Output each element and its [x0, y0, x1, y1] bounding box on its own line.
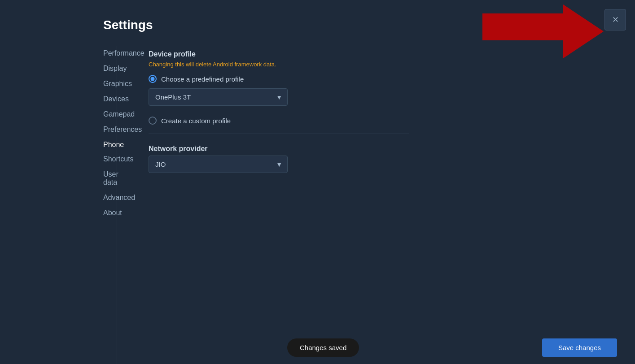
predefined-profile-radio[interactable] [149, 75, 157, 83]
save-changes-button[interactable]: Save changes [542, 338, 617, 357]
close-button[interactable]: ✕ [604, 9, 626, 30]
device-profile-warning: Changing this will delete Android framew… [149, 61, 617, 68]
predefined-profile-label: Choose a predefined profile [161, 75, 244, 83]
custom-profile-option[interactable]: Create a custom profile [149, 117, 617, 125]
network-provider-select[interactable]: JIO Airtel Vodafone BSNL [149, 156, 288, 173]
sidebar: Performance Display Graphics Devices Gam… [0, 46, 103, 364]
network-provider-label: Network provider [149, 145, 617, 153]
device-profile-section: Device profile Changing this will delete… [149, 50, 617, 125]
settings-container: ✕ Settings Performance Display Graphics … [0, 0, 635, 364]
custom-profile-label: Create a custom profile [161, 117, 231, 125]
radio-group: Choose a predefined profile OnePlus 3T S… [149, 75, 617, 125]
predefined-profile-select[interactable]: OnePlus 3T Samsung Galaxy S21 Pixel 6 Ge… [149, 88, 288, 106]
content-area: Performance Display Graphics Devices Gam… [0, 46, 635, 364]
custom-profile-radio[interactable] [149, 117, 157, 125]
toast-notification: Changes saved [287, 338, 359, 357]
section-separator [149, 134, 409, 134]
close-icon: ✕ [612, 15, 619, 25]
sidebar-divider [117, 46, 117, 364]
device-profile-label: Device profile [149, 50, 617, 58]
bottom-bar: Changes saved Save changes [0, 331, 635, 364]
page-title: Settings [0, 0, 635, 46]
predefined-profile-dropdown-wrapper: OnePlus 3T Samsung Galaxy S21 Pixel 6 Ge… [149, 88, 288, 106]
network-provider-section: Network provider JIO Airtel Vodafone BSN… [149, 145, 617, 173]
main-content: Device profile Changing this will delete… [131, 46, 635, 364]
predefined-profile-option[interactable]: Choose a predefined profile [149, 75, 617, 83]
network-provider-dropdown-wrapper: JIO Airtel Vodafone BSNL ▼ [149, 156, 288, 173]
